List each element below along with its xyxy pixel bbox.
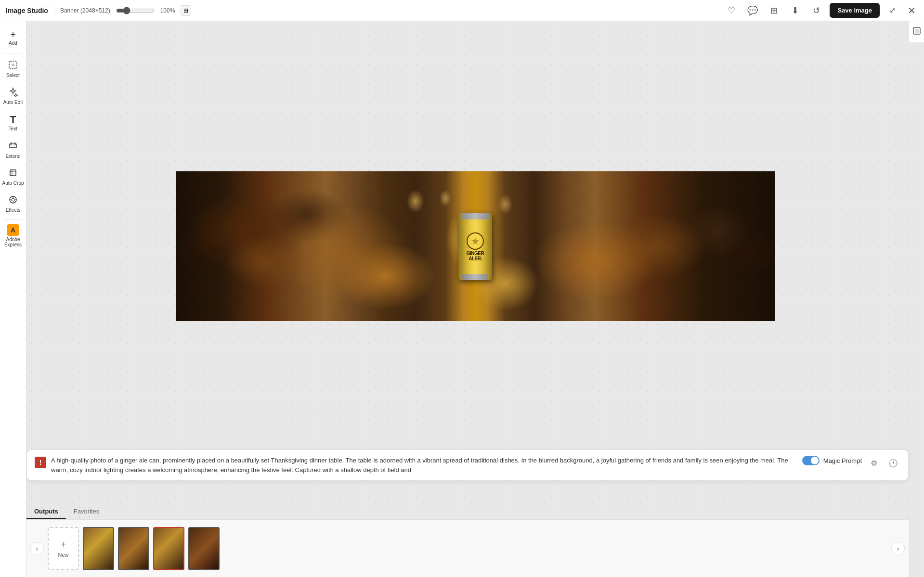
right-panel	[909, 21, 924, 42]
svg-rect-8	[915, 29, 919, 33]
favorites-button[interactable]: ♡	[724, 3, 739, 18]
eraser-tool-button[interactable]	[910, 25, 924, 38]
resize-button[interactable]: ⊞	[766, 3, 781, 18]
effects-icon	[8, 194, 18, 206]
auto-edit-icon	[8, 87, 18, 99]
zoom-slider[interactable]	[116, 7, 155, 14]
sidebar-item-effects[interactable]: Effects	[1, 191, 25, 216]
sidebar-item-adobe-express[interactable]: A Adobe Express	[1, 222, 25, 249]
sidebar-item-text[interactable]: T Text	[1, 110, 25, 135]
svg-marker-6	[471, 237, 479, 245]
prompt-text[interactable]: A high-quality photo of a ginger ale can…	[51, 456, 797, 474]
topbar: Image Studio Banner (2048×512) 100% ⊞ ♡ …	[0, 0, 924, 21]
eraser-icon	[912, 26, 921, 37]
can-top	[461, 213, 490, 219]
sidebar-item-text-label: Text	[9, 126, 17, 131]
expand-button[interactable]: ⤢	[885, 4, 899, 17]
resize-icon: ⊞	[770, 5, 778, 16]
thumbnail-1-image	[84, 528, 113, 569]
refresh-icon: ↺	[813, 5, 820, 16]
download-icon: ⬇	[792, 5, 799, 16]
sidebar-divider-2	[4, 219, 22, 219]
close-icon: ✕	[908, 5, 916, 16]
next-icon: ›	[897, 545, 899, 552]
zoom-percent: 100%	[160, 7, 175, 14]
can-brand-line2: ALER.	[469, 256, 482, 261]
auto-crop-icon	[8, 167, 18, 180]
thumbnail-3-selected[interactable]	[153, 527, 184, 570]
can-body: GINGER ALER.	[458, 213, 492, 280]
expand-icon: ⤢	[889, 6, 896, 15]
thumbnail-3-image	[154, 528, 183, 569]
can-brand-line1: GINGER	[467, 251, 484, 256]
magic-prompt-toggle[interactable]	[802, 456, 820, 465]
prompt-settings-button[interactable]: ⚙	[867, 456, 881, 470]
sidebar-item-extend[interactable]: Extend	[1, 137, 25, 162]
fit-to-screen-button[interactable]: ⊞	[181, 5, 191, 16]
prev-icon: ‹	[36, 545, 39, 552]
sidebar-item-select-label: Select	[6, 73, 20, 78]
sidebar-item-effects-label: Effects	[6, 207, 20, 213]
product-can: GINGER ALER.	[458, 213, 492, 280]
tab-favorites[interactable]: Favorites	[66, 505, 107, 519]
close-button[interactable]: ✕	[905, 4, 918, 17]
strip-next-button[interactable]: ›	[891, 542, 905, 555]
sidebar-divider-1	[4, 53, 22, 53]
canvas-size-label: Banner (2048×512)	[60, 7, 110, 14]
prompt-history-button[interactable]: 🕐	[886, 456, 900, 470]
magic-prompt-label: Magic Prompt	[823, 457, 862, 464]
sidebar-item-auto-crop-label: Auto Crop	[2, 180, 24, 186]
download-button[interactable]: ⬇	[787, 3, 803, 18]
tab-outputs[interactable]: Outputs	[26, 505, 66, 519]
sidebar-item-auto-edit[interactable]: Auto Edit	[1, 83, 25, 108]
canvas-area: GINGER ALER.	[26, 21, 924, 577]
outputs-tabs: Outputs Favorites	[26, 505, 909, 519]
thumbnail-4[interactable]	[188, 527, 220, 570]
prompt-area: ! A high-quality photo of a ginger ale c…	[26, 449, 909, 481]
new-label: New	[58, 552, 68, 558]
sidebar-item-add-label: Add	[9, 40, 17, 46]
heart-icon: ♡	[728, 5, 735, 16]
add-icon: +	[10, 30, 16, 39]
new-plus-icon: +	[61, 539, 66, 550]
sidebar-item-auto-edit-label: Auto Edit	[3, 100, 23, 105]
history-icon: 🕐	[888, 459, 898, 468]
thumbnails-strip: ‹ + New ›	[26, 519, 909, 577]
save-image-button[interactable]: Save image	[830, 3, 880, 18]
settings-icon: ⚙	[871, 459, 877, 468]
left-sidebar: + Add Select Auto Edit T Text	[0, 21, 26, 577]
svg-rect-3	[10, 170, 16, 176]
sidebar-item-add[interactable]: + Add	[1, 25, 25, 50]
thumbnail-2-image	[119, 528, 148, 569]
svg-point-5	[12, 198, 14, 201]
magic-prompt-toggle-area: Magic Prompt	[802, 456, 862, 465]
topbar-separator	[54, 6, 54, 15]
can-bottom	[462, 274, 488, 280]
comment-icon: 💬	[747, 5, 758, 16]
main-canvas[interactable]: GINGER ALER.	[176, 171, 775, 321]
strip-prev-button[interactable]: ‹	[30, 542, 44, 555]
can-logo-circle	[467, 232, 484, 250]
text-icon: T	[10, 115, 16, 125]
thumbnail-4-image	[189, 528, 219, 569]
thumbnails-end-nav: ›	[891, 542, 905, 555]
svg-point-1	[12, 64, 14, 66]
sidebar-item-extend-label: Extend	[5, 154, 20, 159]
sidebar-item-select[interactable]: Select	[1, 56, 25, 81]
new-image-button[interactable]: + New	[48, 527, 79, 570]
prompt-error-icon: !	[35, 457, 46, 468]
comment-button[interactable]: 💬	[745, 3, 760, 18]
app-title: Image Studio	[6, 7, 48, 14]
sidebar-item-auto-crop[interactable]: Auto Crop	[1, 164, 25, 189]
thumbnail-1[interactable]	[83, 527, 114, 570]
adobe-express-icon: A	[7, 224, 19, 236]
can-label: GINGER ALER.	[461, 220, 489, 273]
outputs-area: Outputs Favorites	[26, 505, 909, 519]
thumbnail-2[interactable]	[118, 527, 149, 570]
sidebar-item-adobe-express-label: Adobe Express	[2, 237, 24, 247]
refresh-button[interactable]: ↺	[808, 3, 824, 18]
extend-icon	[8, 141, 18, 153]
select-icon	[8, 60, 18, 72]
